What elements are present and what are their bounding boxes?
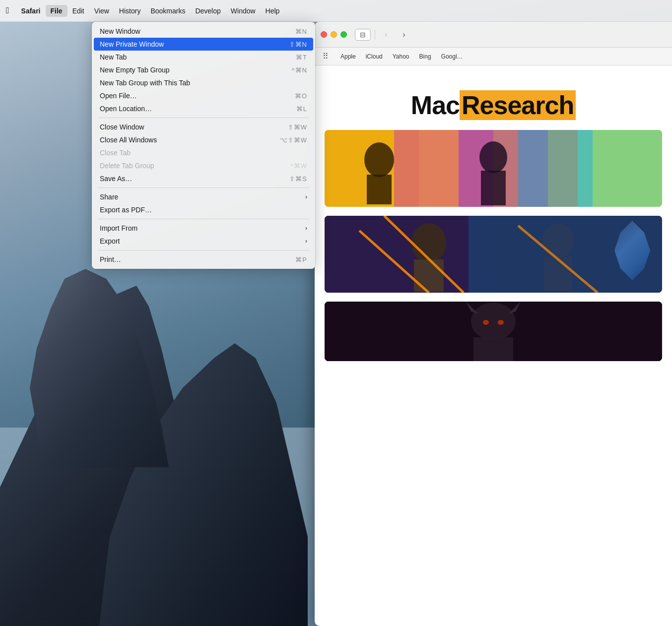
forward-button[interactable]: › [397, 29, 411, 41]
svg-point-22 [471, 303, 516, 340]
bookmark-bing[interactable]: Bing [419, 53, 431, 60]
bookmark-yahoo[interactable]: Yahoo [393, 53, 409, 60]
menu-item-delete-tab-group: Delete Tab Group ^⌘W [92, 159, 315, 172]
content-card-colorful[interactable] [325, 130, 662, 207]
menu-item-new-window[interactable]: New Window ⌘N [92, 25, 315, 38]
menu-item-export-pdf[interactable]: Export as PDF… [92, 203, 315, 216]
dark-art-svg [325, 302, 662, 361]
svg-point-24 [483, 320, 489, 325]
content-card-fighters[interactable] [325, 216, 662, 293]
menu-item-save-as[interactable]: Save As… ⇧⌘S [92, 172, 315, 185]
svg-rect-16 [544, 256, 572, 291]
svg-point-13 [411, 223, 446, 263]
toolbar-divider [375, 30, 375, 40]
svg-rect-9 [481, 171, 506, 205]
sidebar-icon: ⊟ [360, 31, 366, 39]
separator-1 [98, 118, 309, 118]
separator-2 [98, 188, 309, 188]
menu-bar-window[interactable]: Window [226, 5, 261, 17]
separator-4 [98, 250, 309, 250]
menu-item-new-private-window[interactable]: New Private Window ⇧⌘N [94, 38, 313, 51]
back-button: ‹ [379, 29, 393, 41]
bookmark-google[interactable]: Googl… [441, 53, 463, 60]
colorful-art-svg [325, 130, 662, 207]
menu-item-share[interactable]: Share › [92, 190, 315, 203]
logo-research-highlight: Research [460, 90, 576, 120]
import-submenu-arrow: › [305, 225, 307, 232]
svg-rect-14 [414, 259, 444, 292]
menu-item-close-all-windows[interactable]: Close All Windows ⌥⇧⌘W [92, 133, 315, 146]
menu-bar-develop[interactable]: Develop [190, 5, 225, 17]
menu-bar-help[interactable]: Help [261, 5, 285, 17]
content-card-dark[interactable] [325, 302, 662, 361]
menu-bar-safari[interactable]: Safari [16, 5, 46, 17]
logo-mac-text: Mac [411, 90, 460, 120]
menu-item-print[interactable]: Print… ⌘P [92, 253, 315, 266]
browser-content-area: Mac Research [315, 65, 672, 380]
svg-rect-11 [325, 216, 493, 293]
menu-item-close-tab: Close Tab [92, 146, 315, 159]
export-submenu-arrow: › [305, 238, 307, 245]
menu-bar-view[interactable]: View [89, 5, 114, 17]
menu-item-import-from[interactable]: Import From › [92, 222, 315, 235]
traffic-light-minimize[interactable] [331, 31, 337, 38]
bookmark-apple[interactable]: Apple [340, 53, 356, 60]
share-submenu-arrow: › [305, 193, 307, 200]
menu-bar-edit[interactable]: Edit [67, 5, 89, 17]
svg-rect-5 [578, 130, 662, 207]
svg-point-6 [364, 142, 394, 177]
menu-bar-history[interactable]: History [114, 5, 146, 17]
menu-bar-bookmarks[interactable]: Bookmarks [145, 5, 190, 17]
fighters-art-svg [325, 216, 662, 293]
menu-item-new-tab-group-with-tab[interactable]: New Tab Group with This Tab [92, 76, 315, 89]
card-colorful-image [325, 130, 662, 207]
menu-bar:  Safari File Edit View History Bookmark… [0, 0, 672, 22]
card-fighters-image [325, 216, 662, 293]
menu-item-close-window[interactable]: Close Window ⇧⌘W [92, 121, 315, 133]
sidebar-toggle-button[interactable]: ⊟ [355, 29, 371, 41]
menu-item-open-file[interactable]: Open File… ⌘O [92, 89, 315, 102]
svg-rect-23 [473, 337, 513, 361]
menu-item-export[interactable]: Export › [92, 235, 315, 248]
svg-rect-7 [367, 175, 392, 204]
traffic-light-close[interactable] [321, 31, 327, 38]
bookmark-icloud[interactable]: iCloud [366, 53, 383, 60]
svg-point-25 [498, 320, 504, 325]
svg-point-8 [479, 141, 507, 173]
menu-item-new-empty-tab-group[interactable]: New Empty Tab Group ^⌘N [92, 63, 315, 76]
traffic-light-maximize[interactable] [340, 31, 347, 38]
bookmarks-bar: ⠿ Apple iCloud Yahoo Bing Googl… [315, 48, 672, 65]
browser-toolbar: ⊟ ‹ › [315, 22, 672, 48]
apple-menu-icon[interactable]:  [6, 5, 9, 16]
menu-item-open-location[interactable]: Open Location… ⌘L [92, 102, 315, 115]
traffic-lights [321, 31, 347, 38]
bookmarks-grid-icon[interactable]: ⠿ [323, 52, 329, 61]
menu-item-new-tab[interactable]: New Tab ⌘T [92, 51, 315, 63]
site-logo: Mac Research [315, 75, 672, 130]
menu-bar-file[interactable]: File [46, 5, 67, 17]
browser-window: ⊟ ‹ › ⠿ Apple iCloud Yahoo Bing Googl… M… [315, 22, 672, 626]
card-dark-image [325, 302, 662, 361]
content-area [315, 130, 672, 361]
svg-point-15 [542, 223, 574, 258]
separator-3 [98, 219, 309, 219]
file-menu: New Window ⌘N New Private Window ⇧⌘N New… [92, 22, 315, 269]
